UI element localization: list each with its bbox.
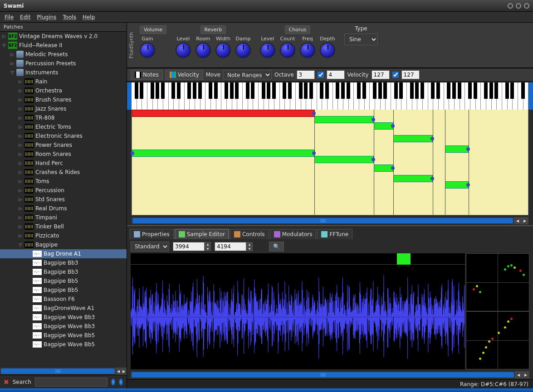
zone-area[interactable] xyxy=(132,110,528,215)
chorus-depth-knob[interactable] xyxy=(320,43,335,58)
scroll-right-icon[interactable]: ▶ xyxy=(522,371,529,378)
maximize-icon[interactable] xyxy=(516,3,521,9)
tree-instrument[interactable]: ▷Timpani xyxy=(0,213,127,222)
tab-modulators[interactable]: Modulators xyxy=(270,229,317,239)
note-zone[interactable] xyxy=(393,175,433,182)
tree-instrument[interactable]: ▷Room Snares xyxy=(0,150,127,159)
tab-properties[interactable]: Properties xyxy=(130,229,174,239)
menu-help[interactable]: Help xyxy=(83,14,95,20)
tree-instrument[interactable]: ▷Pizzicato xyxy=(0,231,127,240)
gain-knob[interactable] xyxy=(140,43,155,58)
tree-folder[interactable]: ▷Percussion Presets xyxy=(0,59,127,68)
note-zone[interactable] xyxy=(314,116,374,123)
tab-sample-editor[interactable]: Sample Editor xyxy=(175,229,229,239)
move-mode-select[interactable]: Note Ranges xyxy=(223,70,272,79)
loop-start-zoom[interactable] xyxy=(466,253,529,311)
tree-sample[interactable]: Bag Drone A1 xyxy=(0,249,127,258)
search-next-button[interactable] xyxy=(119,378,123,386)
menu-edit[interactable]: Edit xyxy=(20,14,30,20)
tree-instrument[interactable]: ▷Power Snares xyxy=(0,140,127,150)
spin-up-icon[interactable]: ▲ xyxy=(246,242,253,247)
note-zone[interactable] xyxy=(314,156,374,163)
scroll-left-icon[interactable]: ◀ xyxy=(116,368,121,375)
note-zone[interactable] xyxy=(445,181,469,189)
tree-hscroll[interactable]: ◀ ▶ xyxy=(0,368,127,375)
tree-folder[interactable]: ▷Melodic Presets xyxy=(0,50,127,59)
note-zone[interactable] xyxy=(445,145,469,153)
tree-instrument[interactable]: ▷Orchestra xyxy=(0,86,127,95)
reverb-damp-knob[interactable] xyxy=(235,43,251,58)
tree-sample[interactable]: Bagpipe Bb3 xyxy=(0,267,127,276)
tree-instrument[interactable]: ▷Std Snares xyxy=(0,195,127,204)
vel2-input[interactable] xyxy=(401,70,420,79)
tree-sample[interactable]: Bagpipe Wave Bb5 xyxy=(0,331,127,340)
tree-sample[interactable]: Bagpipe Wave Bb3 xyxy=(0,322,127,331)
spin-down-icon[interactable]: ▼ xyxy=(205,247,211,251)
loop-marker[interactable] xyxy=(397,253,411,265)
close-icon[interactable] xyxy=(524,3,529,9)
tree-instrument[interactable]: ▷Electronic Snares xyxy=(0,131,127,140)
octave-link-check[interactable] xyxy=(318,72,324,78)
tree-sf2[interactable]: ▽SF2Fluid--Release II xyxy=(0,41,127,50)
tree-sample[interactable]: Bagpipe Wave Bb3 xyxy=(0,313,127,322)
octave1-input[interactable] xyxy=(297,70,315,79)
tree-instrument[interactable]: ▷Jazz Snares xyxy=(0,104,127,113)
tree-sf2[interactable]: ▷SF2Vintage Dreams Waves v 2.0 xyxy=(0,32,127,41)
tree-sample[interactable]: Bagpipe Bb5 xyxy=(0,286,127,295)
spin-up-icon[interactable]: ▲ xyxy=(205,242,211,247)
chorus-level-knob[interactable] xyxy=(260,43,275,58)
scroll-right-icon[interactable]: ▶ xyxy=(521,217,528,224)
loop-end-zoom[interactable] xyxy=(466,311,529,369)
tree-instrument[interactable]: ▷Tinker Bell xyxy=(0,222,127,231)
vel1-input[interactable] xyxy=(372,70,390,79)
tree-instrument[interactable]: ▽Bagpipe xyxy=(0,240,127,249)
piano-keyboard[interactable] xyxy=(132,82,528,110)
chorus-type-select[interactable]: Sine xyxy=(344,34,378,45)
patch-tree[interactable]: ▷SF2Vintage Dreams Waves v 2.0▽SF2Fluid-… xyxy=(0,32,127,368)
octave2-input[interactable] xyxy=(327,70,345,79)
loop-start-input[interactable] xyxy=(173,242,205,251)
vel-link-check[interactable] xyxy=(392,72,399,78)
tree-instrument[interactable]: ▷Toms xyxy=(0,177,127,186)
tree-instrument[interactable]: ▷Crashes & Rides xyxy=(0,168,127,177)
chorus-count-knob[interactable] xyxy=(280,43,295,58)
tree-instrument[interactable]: ▷Brush Snares xyxy=(0,95,127,104)
tree-instrument[interactable]: ▷Rain xyxy=(0,77,127,86)
note-zone[interactable] xyxy=(374,122,394,130)
tree-sample[interactable]: Bagpipe Bb5 xyxy=(0,276,127,286)
tab-fftune[interactable]: FFTune xyxy=(317,229,352,239)
tree-instrument[interactable]: ▷TR-808 xyxy=(0,113,127,122)
tree-sample[interactable]: Bassoon F6 xyxy=(0,295,127,304)
loop-mode-select[interactable]: Standard xyxy=(131,242,169,252)
zoom-button[interactable]: 🔍 xyxy=(269,242,284,252)
wave-hscroll[interactable]: ◀ ▶ xyxy=(131,371,529,378)
note-zone[interactable] xyxy=(132,110,314,117)
tree-sample[interactable]: BagDroneWave A1 xyxy=(0,304,127,313)
search-prev-button[interactable] xyxy=(111,378,115,386)
tree-instrument[interactable]: ▷Real Drums xyxy=(0,204,127,213)
tree-instrument[interactable]: ▷Hand Perc xyxy=(0,159,127,168)
menu-tools[interactable]: Tools xyxy=(63,14,76,20)
velocity-button[interactable]: Velocity xyxy=(166,70,203,80)
clear-search-icon[interactable]: ✖ xyxy=(4,378,9,386)
waveform-main[interactable] xyxy=(131,253,465,369)
spin-down-icon[interactable]: ▼ xyxy=(246,247,253,251)
tab-controls[interactable]: Controls xyxy=(230,229,269,239)
note-zone[interactable] xyxy=(132,150,314,157)
tree-folder[interactable]: ▽Instruments xyxy=(0,68,127,77)
note-zone[interactable] xyxy=(374,165,394,172)
loop-end-input[interactable] xyxy=(215,242,246,251)
search-input[interactable] xyxy=(35,377,108,387)
tree-instrument[interactable]: ▷Percussion xyxy=(0,186,127,195)
scroll-left-icon[interactable]: ◀ xyxy=(515,371,522,378)
scroll-left-icon[interactable]: ◀ xyxy=(514,217,521,224)
tree-instrument[interactable]: ▷Electric Toms xyxy=(0,122,127,131)
scroll-right-icon[interactable]: ▶ xyxy=(121,368,127,375)
menu-file[interactable]: File xyxy=(5,14,14,20)
chorus-freq-knob[interactable] xyxy=(300,43,315,58)
reverb-room-knob[interactable] xyxy=(196,43,211,58)
reverb-level-knob[interactable] xyxy=(176,43,191,58)
reverb-width-knob[interactable] xyxy=(215,43,231,58)
minimize-icon[interactable] xyxy=(508,3,513,9)
notes-button[interactable]: Notes xyxy=(131,70,163,80)
